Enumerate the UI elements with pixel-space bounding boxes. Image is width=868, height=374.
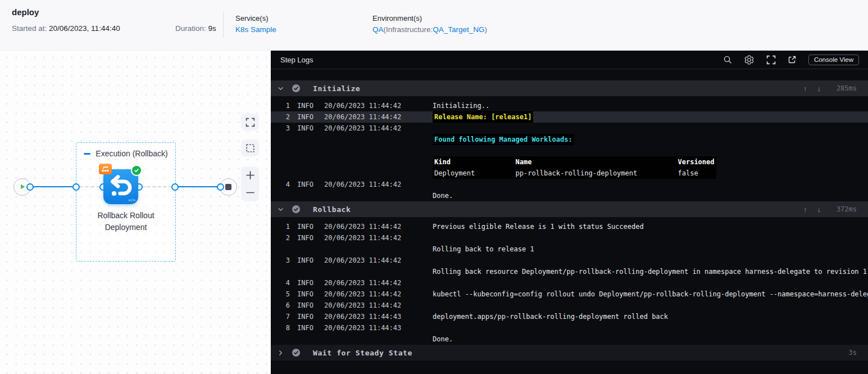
log-line[interactable]: Rolling back resource Deployment/pp-roll… (271, 266, 868, 277)
log-message: deployment.apps/pp-rollback-rolling-depl… (433, 311, 668, 322)
log-line[interactable]: 2INFO20/06/2023 11:44:42Release Name: [r… (271, 111, 868, 123)
line-number (278, 334, 290, 345)
log-timestamp: 20/06/2023 11:44:42 (324, 277, 425, 289)
line-number: 2 (278, 232, 290, 244)
log-line[interactable]: Done. (271, 334, 868, 345)
scroll-to-bottom-icon[interactable]: ↓ (817, 205, 821, 214)
section-duration: 372ms (831, 205, 857, 213)
log-line[interactable]: Found following Managed Workloads: (271, 134, 868, 145)
scroll-to-top-icon[interactable]: ↑ (803, 84, 807, 93)
search-button[interactable] (723, 55, 732, 64)
section-title: Wait for Steady State (313, 349, 412, 357)
log-level (297, 145, 324, 156)
step-label[interactable]: Rollback RolloutDeployment (70, 210, 181, 233)
minus-icon (246, 188, 255, 197)
line-number: 7 (278, 311, 290, 322)
line-number: 1 (278, 221, 290, 232)
line-number: 3 (278, 123, 290, 134)
canvas-fullscreen-button[interactable] (241, 114, 259, 130)
log-message: Found following Managed Workloads: (433, 134, 574, 145)
log-line[interactable]: Done. (271, 190, 868, 201)
log-message: Done. (433, 334, 453, 345)
log-line[interactable]: 7INFO20/06/2023 11:44:43deployment.apps/… (271, 311, 868, 322)
zoom-in-button[interactable] (241, 166, 259, 184)
code-glyph-icon: </> (128, 198, 135, 202)
fullscreen-icon (766, 55, 776, 65)
log-level (297, 334, 324, 345)
page-title: deploy (12, 7, 39, 17)
log-settings-button[interactable] (744, 55, 755, 65)
section-title: Initialize (313, 84, 360, 93)
step-logs-panel: Step Logs Console View Initialize↑↓285ms… (271, 51, 868, 374)
execution-header: deploy Started at: 20/06/2023, 11:44:40 … (0, 0, 868, 51)
line-number: 2 (278, 111, 290, 123)
log-timestamp: 20/06/2023 11:44:42 (324, 123, 425, 134)
log-line[interactable]: Rolling back to release 1 (271, 244, 868, 255)
log-level: INFO (297, 111, 324, 123)
section-rows-rollback: 1INFO20/06/2023 11:44:42Previous eligibl… (271, 217, 868, 345)
section-header-initialize[interactable]: Initialize↑↓285ms (271, 80, 868, 96)
zoom-controls (241, 166, 259, 201)
play-icon (19, 183, 26, 190)
log-level: INFO (297, 322, 324, 334)
log-message: Kind Name Versioned (433, 156, 716, 168)
log-line[interactable]: Deployment pp-rollback-rolling-deploymen… (271, 168, 868, 179)
pipeline-canvas[interactable]: Execution (Rollback) </> (0, 51, 271, 374)
section-header-rollback[interactable]: Rollback↑↓372ms (271, 201, 868, 217)
log-line[interactable]: 8INFO20/06/2023 11:44:43 (271, 322, 868, 334)
line-number (278, 266, 290, 277)
plus-icon (246, 171, 255, 179)
log-timestamp: 20/06/2023 11:44:42 (324, 232, 425, 244)
collapse-dash-icon[interactable] (84, 153, 90, 155)
log-level (297, 190, 324, 201)
log-level (297, 266, 324, 277)
line-number (278, 156, 290, 168)
log-level: INFO (297, 100, 324, 111)
log-line[interactable]: 2INFO20/06/2023 11:44:42 (271, 232, 868, 244)
success-check-icon (131, 165, 142, 176)
log-message: Previous eligible Release is 1 with stat… (433, 221, 644, 232)
environment-link[interactable]: QA(Infrastructure:QA_Target_NG) (372, 25, 487, 34)
log-line[interactable]: 6INFO20/06/2023 11:44:42 (271, 300, 868, 311)
log-line[interactable]: 1INFO20/06/2023 11:44:42Previous eligibl… (271, 221, 868, 232)
port (217, 183, 224, 191)
log-line[interactable]: Kind Name Versioned (271, 156, 868, 168)
console-view-button[interactable]: Console View (808, 55, 859, 65)
log-fullscreen-button[interactable] (766, 55, 776, 65)
log-timestamp (324, 244, 425, 255)
line-number: 5 (278, 289, 290, 300)
log-level (297, 134, 324, 145)
line-number (278, 134, 290, 145)
log-timestamp (324, 156, 425, 168)
log-line[interactable]: 4INFO20/06/2023 11:44:42 (271, 179, 868, 190)
log-timestamp: 20/06/2023 11:44:42 (324, 179, 425, 190)
log-timestamp: 20/06/2023 11:44:42 (324, 100, 425, 111)
open-in-new-button[interactable] (788, 55, 797, 64)
log-line[interactable]: 5INFO20/06/2023 11:44:42kubectl --kubeco… (271, 289, 868, 300)
log-timestamp (324, 266, 425, 277)
log-line[interactable]: 3INFO20/06/2023 11:44:42 (271, 255, 868, 266)
port (171, 183, 179, 191)
log-line[interactable]: 3INFO20/06/2023 11:44:42 (271, 123, 868, 134)
log-level: INFO (297, 289, 324, 300)
log-level: INFO (297, 300, 324, 311)
log-level: INFO (297, 232, 324, 244)
service-link[interactable]: K8s Sample (235, 25, 276, 34)
canvas-select-button[interactable] (241, 139, 259, 156)
log-timestamp (324, 334, 425, 345)
log-timestamp: 20/06/2023 11:44:42 (324, 300, 425, 311)
rollback-step-node[interactable]: </> (103, 169, 138, 204)
line-number (278, 190, 290, 201)
log-timestamp (324, 168, 425, 179)
log-line[interactable]: 4INFO20/06/2023 11:44:42 (271, 277, 868, 289)
scroll-to-bottom-icon[interactable]: ↓ (817, 84, 821, 93)
line-number: 6 (278, 300, 290, 311)
zoom-out-button[interactable] (241, 184, 259, 201)
scroll-to-top-icon[interactable]: ↑ (803, 205, 807, 214)
log-line[interactable]: 1INFO20/06/2023 11:44:42Initializing.. (271, 100, 868, 111)
log-level (297, 244, 324, 255)
log-line[interactable] (271, 145, 868, 156)
open-in-new-icon (788, 55, 797, 64)
log-timestamp: 20/06/2023 11:44:43 (324, 322, 425, 334)
section-header-wait-for-steady-state[interactable]: Wait for Steady State3s (271, 345, 868, 361)
